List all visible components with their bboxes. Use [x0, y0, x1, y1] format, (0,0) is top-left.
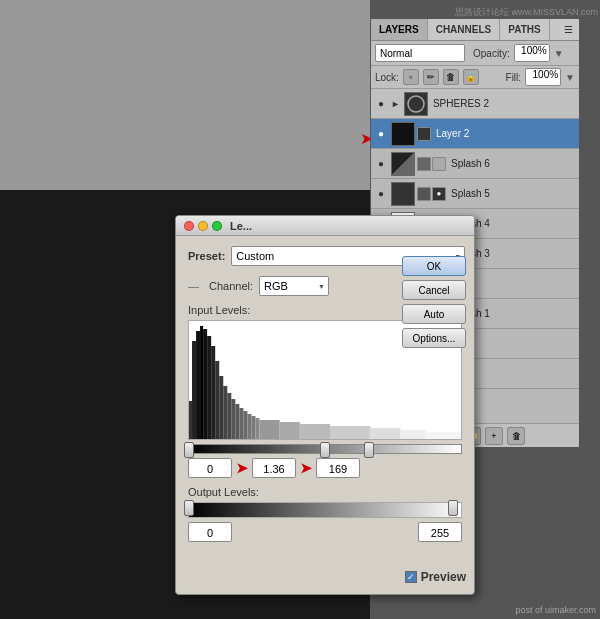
layer-icon — [417, 187, 431, 201]
preset-label: Preset: — [188, 250, 225, 262]
input-mid-value[interactable]: 1.36 — [252, 458, 296, 478]
input-slider-track — [188, 444, 462, 454]
svg-rect-14 — [227, 393, 231, 439]
svg-rect-9 — [207, 336, 211, 439]
lock-row: Lock: ▫ ✏ 🗑 🔒 Fill: 100% ▼ — [371, 66, 579, 89]
layer-name: Splash 6 — [451, 158, 490, 169]
svg-rect-12 — [219, 376, 223, 439]
input-max-handle[interactable] — [364, 442, 374, 458]
minimize-button[interactable] — [198, 221, 208, 231]
new-layer-icon[interactable]: + — [485, 427, 503, 445]
maximize-button[interactable] — [212, 221, 222, 231]
lock-label: Lock: — [375, 72, 399, 83]
layer-name: SPHERES 2 — [433, 98, 489, 109]
close-button[interactable] — [184, 221, 194, 231]
fill-value[interactable]: 100% — [525, 68, 561, 86]
preview-row: ✓ Preview — [405, 570, 466, 584]
visibility-icon[interactable]: ● — [373, 156, 389, 172]
channel-dash: — — [188, 280, 199, 292]
watermark-bottom: post of uimaker.com — [515, 605, 596, 615]
tab-layers[interactable]: LAYERS — [371, 19, 428, 40]
layer-mask-icon — [417, 127, 431, 141]
output-values-row: 0 255 — [188, 522, 462, 542]
svg-rect-22 — [260, 420, 280, 439]
layer-name: Layer 2 — [436, 128, 469, 139]
channel-label: Channel: — [209, 280, 253, 292]
fill-arrow[interactable]: ▼ — [565, 72, 575, 83]
ok-button[interactable]: OK — [402, 256, 466, 276]
dialog-titlebar: Le... — [176, 216, 474, 236]
layer-name: Splash 5 — [451, 188, 490, 199]
layer-mask-icon — [432, 157, 446, 171]
svg-rect-7 — [200, 326, 203, 439]
svg-rect-24 — [300, 424, 330, 439]
svg-rect-23 — [280, 422, 300, 439]
opacity-value[interactable]: 100% — [514, 44, 550, 62]
svg-rect-15 — [231, 399, 235, 439]
svg-rect-25 — [330, 426, 370, 439]
layer-item[interactable]: ● Layer 2 — [371, 119, 579, 149]
svg-rect-8 — [203, 329, 207, 439]
input-max-arrow: ➤ — [300, 460, 312, 476]
layer-icon — [417, 157, 431, 171]
dialog-title: Le... — [230, 220, 252, 232]
svg-point-0 — [408, 96, 424, 112]
delete-icon[interactable]: 🗑 — [507, 427, 525, 445]
svg-rect-21 — [255, 418, 259, 439]
input-min-handle[interactable] — [184, 442, 194, 458]
preview-checkbox[interactable]: ✓ — [405, 571, 417, 583]
layer-thumbnail — [391, 122, 415, 146]
background-top — [0, 0, 370, 190]
dialog-buttons: OK Cancel Auto Options... — [402, 256, 466, 348]
svg-rect-27 — [401, 430, 426, 439]
svg-rect-17 — [239, 408, 243, 439]
lock-pixels-icon[interactable]: ✏ — [423, 69, 439, 85]
svg-rect-13 — [223, 386, 227, 439]
output-gradient — [188, 502, 462, 518]
auto-button[interactable]: Auto — [402, 304, 466, 324]
input-values-row: 0 ➤ 1.36 ➤ 169 — [188, 458, 462, 478]
opacity-label: Opacity: — [473, 48, 510, 59]
lock-transparency-icon[interactable]: ▫ — [403, 69, 419, 85]
output-min-value[interactable]: 0 — [188, 522, 232, 542]
svg-rect-6 — [196, 331, 200, 439]
layer-thumbnail — [391, 182, 415, 206]
svg-rect-16 — [235, 404, 239, 439]
layer-thumbnail — [404, 92, 428, 116]
layer-item[interactable]: ● ● Splash 5 — [371, 179, 579, 209]
cancel-button[interactable]: Cancel — [402, 280, 466, 300]
opacity-arrow[interactable]: ▼ — [554, 48, 564, 59]
dialog-controls — [184, 221, 222, 231]
layer-mask-icon: ● — [432, 187, 446, 201]
svg-rect-26 — [370, 428, 400, 439]
output-max-handle[interactable] — [448, 500, 458, 516]
input-mid-arrow: ➤ — [236, 460, 248, 476]
layer-item[interactable]: ● ► SPHERES 2 — [371, 89, 579, 119]
svg-rect-4 — [189, 401, 192, 439]
visibility-icon[interactable]: ● — [373, 186, 389, 202]
channel-select[interactable]: RGB Red Green Blue — [259, 276, 329, 296]
svg-rect-5 — [192, 341, 196, 439]
visibility-icon[interactable]: ● — [373, 126, 389, 142]
svg-rect-19 — [247, 414, 251, 439]
panel-options-icon[interactable]: ☰ — [558, 24, 579, 35]
layer-item[interactable]: ● Splash 6 — [371, 149, 579, 179]
blend-mode-select[interactable]: Normal Dissolve Multiply Screen Overlay — [375, 44, 465, 62]
lock-all-icon[interactable]: 🔒 — [463, 69, 479, 85]
panel-tabs: LAYERS CHANNELS PATHS ☰ — [371, 19, 579, 41]
output-min-handle[interactable] — [184, 500, 194, 516]
input-max-value[interactable]: 169 — [316, 458, 360, 478]
tab-paths[interactable]: PATHS — [500, 19, 549, 40]
output-max-value[interactable]: 255 — [418, 522, 462, 542]
input-min-value[interactable]: 0 — [188, 458, 232, 478]
tab-channels[interactable]: CHANNELS — [428, 19, 501, 40]
lock-position-icon[interactable]: 🗑 — [443, 69, 459, 85]
svg-rect-10 — [211, 346, 215, 439]
svg-rect-18 — [243, 411, 247, 439]
options-button[interactable]: Options... — [402, 328, 466, 348]
channel-select-wrap: RGB Red Green Blue — [259, 276, 329, 296]
group-arrow-icon[interactable]: ► — [391, 99, 400, 109]
input-mid-handle[interactable] — [320, 442, 330, 458]
visibility-icon[interactable]: ● — [373, 96, 389, 112]
svg-rect-20 — [251, 416, 255, 439]
